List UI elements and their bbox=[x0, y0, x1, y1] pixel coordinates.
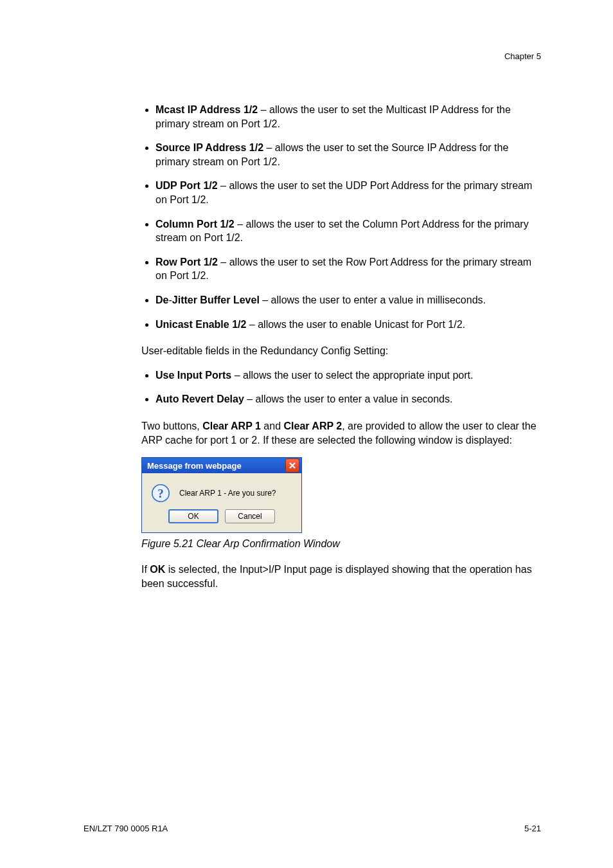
bullet-lead: Mcast IP Address 1/2 bbox=[155, 104, 258, 115]
figure-number: Figure 5.21 bbox=[141, 538, 193, 549]
bullet-rest: – allows the user to enter a value in se… bbox=[244, 393, 453, 404]
svg-text:?: ? bbox=[157, 487, 163, 500]
bullet-rest: – allows the user to select the appropri… bbox=[231, 370, 473, 381]
list-item: Source IP Address 1/2 – allows the user … bbox=[155, 141, 542, 168]
bullet-lead: Auto Revert Delay bbox=[155, 393, 244, 404]
clear-arp-2-label: Clear ARP 2 bbox=[283, 420, 342, 431]
ok-button[interactable]: OK bbox=[168, 509, 218, 523]
bullet-lead: De bbox=[155, 294, 168, 305]
paragraph-final: If OK is selected, the Input>I/P Input p… bbox=[141, 563, 542, 590]
bullet-lead: Source IP Address 1/2 bbox=[155, 142, 263, 153]
paragraph-two-buttons: Two buttons, Clear ARP 1 and Clear ARP 2… bbox=[141, 419, 542, 447]
question-mark-icon: ? bbox=[151, 484, 170, 503]
bullet-lead: Use Input Ports bbox=[155, 370, 231, 381]
bullet-list-main: Mcast IP Address 1/2 – allows the user t… bbox=[141, 103, 542, 331]
bullet-lead2: Jitter Buffer Level bbox=[172, 294, 260, 305]
paragraph-redundancy-intro: User-editable fields in the Redundancy C… bbox=[141, 344, 542, 358]
list-item: De-Jitter Buffer Level – allows the user… bbox=[155, 293, 542, 307]
bullet-lead: UDP Port 1/2 bbox=[155, 180, 218, 191]
list-item: Mcast IP Address 1/2 – allows the user t… bbox=[155, 103, 542, 131]
footer-doc-id: EN/LZT 790 0005 R1A bbox=[84, 824, 168, 833]
para-final-pre: If bbox=[141, 564, 150, 575]
cancel-button[interactable]: Cancel bbox=[225, 509, 275, 523]
para-final-post: is selected, the Input>I/P Input page is… bbox=[141, 564, 532, 589]
dialog-titlebar: Message from webpage bbox=[142, 458, 301, 473]
list-item: Column Port 1/2 – allows the user to set… bbox=[155, 217, 542, 245]
chapter-label: Chapter 5 bbox=[504, 51, 541, 61]
confirmation-dialog: Message from webpage ? Clear ARP 1 - Are… bbox=[141, 457, 302, 533]
bullet-lead: Column Port 1/2 bbox=[155, 219, 235, 230]
para-final-bold: OK bbox=[150, 564, 165, 575]
close-icon bbox=[289, 462, 296, 469]
footer-page-number: 5-21 bbox=[524, 824, 541, 833]
dialog-button-row: OK Cancel bbox=[142, 509, 301, 532]
dialog-title: Message from webpage bbox=[147, 461, 242, 471]
close-button[interactable] bbox=[285, 458, 299, 473]
para-pre: Two buttons, bbox=[141, 420, 202, 431]
list-item: Unicast Enable 1/2 – allows the user to … bbox=[155, 318, 542, 332]
bullet-rest: – allows the user to enter a value in mi… bbox=[260, 294, 486, 305]
page-footer: EN/LZT 790 0005 R1A 5-21 bbox=[84, 824, 541, 833]
figure-title: Clear Arp Confirmation Window bbox=[196, 538, 339, 549]
list-item: Auto Revert Delay – allows the user to e… bbox=[155, 392, 542, 406]
bullet-lead: Unicast Enable 1/2 bbox=[155, 319, 246, 330]
figure-caption: Figure 5.21 Clear Arp Confirmation Windo… bbox=[141, 538, 542, 550]
clear-arp-1-label: Clear ARP 1 bbox=[202, 420, 261, 431]
bullet-rest: – allows the user to enable Unicast for … bbox=[246, 319, 465, 330]
list-item: UDP Port 1/2 – allows the user to set th… bbox=[155, 179, 542, 206]
dialog-message: Clear ARP 1 - Are you sure? bbox=[179, 489, 276, 498]
list-item: Row Port 1/2 – allows the user to set th… bbox=[155, 255, 542, 283]
bullet-lead: Row Port 1/2 bbox=[155, 257, 218, 267]
dialog-body: ? Clear ARP 1 - Are you sure? bbox=[142, 473, 301, 509]
bullet-list-redundancy: Use Input Ports – allows the user to sel… bbox=[141, 368, 542, 406]
main-content: Mcast IP Address 1/2 – allows the user t… bbox=[141, 103, 542, 590]
para-mid: and bbox=[261, 420, 284, 431]
list-item: Use Input Ports – allows the user to sel… bbox=[155, 368, 542, 383]
